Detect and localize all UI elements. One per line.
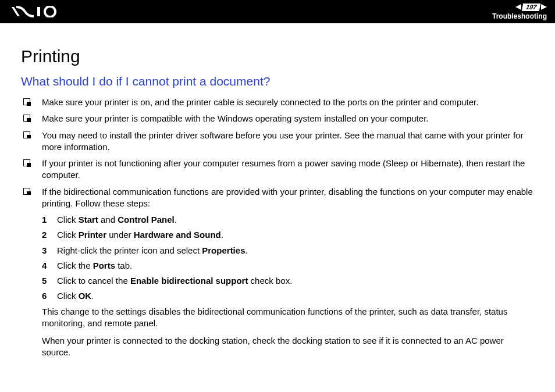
bullet-item: Make sure your printer is on, and the pr… xyxy=(21,97,534,108)
step-text: Click the Ports tab. xyxy=(57,260,534,272)
svg-rect-0 xyxy=(37,7,40,16)
step-number: 1 xyxy=(42,214,57,226)
step-number: 3 xyxy=(42,245,57,256)
page-number: 197 xyxy=(521,3,540,11)
step-number: 5 xyxy=(42,275,57,287)
bullet-text: If your printer is not functioning after… xyxy=(42,158,534,181)
step-item: 6 Click OK. xyxy=(42,290,534,302)
step-item: 5 Click to cancel the Enable bidirection… xyxy=(42,275,534,287)
post-paragraph: When your printer is connected to the do… xyxy=(42,335,534,359)
step-item: 4 Click the Ports tab. xyxy=(42,260,534,272)
bullet-text: Make sure your printer is on, and the pr… xyxy=(42,97,534,108)
prev-page-arrow-icon[interactable] xyxy=(515,4,521,10)
bullet-item: You may need to install the printer driv… xyxy=(21,130,534,154)
next-page-arrow-icon[interactable] xyxy=(541,4,547,10)
step-item: 3 Right-click the printer icon and selec… xyxy=(42,245,534,256)
page-nav: 197 xyxy=(515,3,547,11)
bullet-item: If the bidirectional communication funct… xyxy=(21,186,534,210)
step-text: Click Printer under Hardware and Sound. xyxy=(57,229,534,241)
bullet-item: Make sure your printer is compatible wit… xyxy=(21,113,534,124)
step-number: 4 xyxy=(42,260,57,272)
step-item: 1 Click Start and Control Panel. xyxy=(42,214,534,226)
content-area: Printing What should I do if I cannot pr… xyxy=(0,23,555,376)
step-item: 2 Click Printer under Hardware and Sound… xyxy=(42,229,534,241)
bullet-icon xyxy=(23,159,30,166)
header-nav: 197 Troubleshooting xyxy=(492,3,547,20)
bullet-icon xyxy=(23,115,30,122)
step-text: Click to cancel the Enable bidirectional… xyxy=(57,275,534,287)
bullet-text: You may need to install the printer driv… xyxy=(42,130,534,154)
vaio-logo xyxy=(12,6,65,17)
bullet-icon xyxy=(23,98,30,105)
bullet-text: If the bidirectional communication funct… xyxy=(42,186,534,210)
post-paragraph: This change to the settings disables the… xyxy=(42,306,534,330)
bullet-icon xyxy=(23,131,30,138)
bullet-item: If your printer is not functioning after… xyxy=(21,158,534,181)
page-title: Printing xyxy=(21,47,534,66)
bullet-icon xyxy=(23,188,30,195)
svg-point-1 xyxy=(45,6,55,17)
step-number: 6 xyxy=(42,290,57,302)
step-text: Click Start and Control Panel. xyxy=(57,214,534,226)
step-number: 2 xyxy=(42,229,57,241)
step-text: Click OK. xyxy=(57,290,534,302)
header-bar: 197 Troubleshooting xyxy=(0,0,555,23)
question-heading: What should I do if I cannot print a doc… xyxy=(21,74,534,88)
step-text: Right-click the printer icon and select … xyxy=(57,245,534,256)
section-label: Troubleshooting xyxy=(492,12,547,20)
bullet-text: Make sure your printer is compatible wit… xyxy=(42,113,534,124)
